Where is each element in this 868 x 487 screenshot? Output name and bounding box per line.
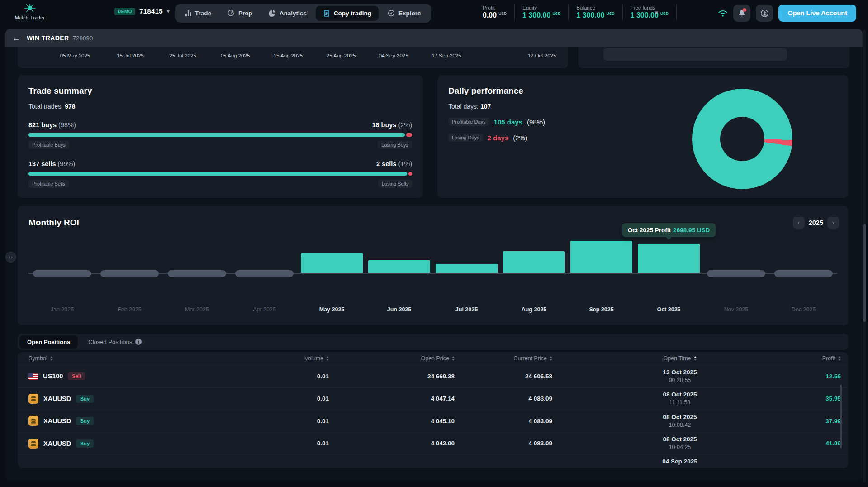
compass-icon	[388, 10, 395, 17]
trade-summary-card: Trade summary Total trades:978 821 buys(…	[18, 75, 423, 198]
month-label: Jul 2025	[433, 306, 500, 313]
total-days-label: Total days:	[448, 103, 479, 110]
column-header-volume[interactable]: Volume	[173, 355, 329, 362]
total-trades-value: 978	[65, 103, 75, 110]
open-time: 00:28:55	[552, 377, 807, 384]
roi-bar-cell	[365, 233, 433, 273]
roi-bar[interactable]	[301, 253, 363, 273]
us-flag-icon	[28, 373, 38, 380]
column-header-profit[interactable]: Profit	[807, 355, 841, 362]
profit-cell: 41.09	[807, 440, 841, 447]
no-data-bar	[33, 270, 91, 277]
roi-bar[interactable]	[503, 251, 565, 273]
table-row[interactable]: US100Sell0.0124 669.3824 606.5813 Oct 20…	[18, 365, 848, 387]
app-logo[interactable]: Match·Trader	[8, 3, 52, 20]
open-time-cell: 08 Oct 202511:11:53	[552, 391, 807, 406]
profitable-days-chip: Profitable Days	[448, 118, 489, 126]
page-scrollbar[interactable]	[863, 30, 866, 482]
gold-bars-icon	[28, 394, 38, 404]
side-badge: Buy	[76, 395, 94, 403]
column-header-open-price[interactable]: Open Price	[329, 355, 455, 362]
page-scrollbar-thumb[interactable]	[863, 224, 866, 322]
gold-bars-icon	[28, 439, 38, 449]
side-panel-card	[578, 47, 849, 68]
notifications-button[interactable]	[733, 5, 750, 22]
daily-performance-donut-chart	[692, 89, 792, 189]
symbol-name: XAUUSD	[43, 440, 71, 447]
stats-expand-chevron-icon[interactable]: ▾	[655, 9, 658, 16]
tab-open-positions[interactable]: Open Positions	[19, 335, 78, 349]
table-row-partial[interactable]: 04 Sep 2025	[18, 454, 848, 468]
nav-tab-trade[interactable]: Trade	[178, 6, 218, 20]
table-scrollbar-thumb[interactable]	[840, 385, 842, 448]
logo-text: Match·Trader	[8, 15, 52, 20]
open-time-cell: 08 Oct 202510:08:42	[552, 413, 807, 429]
losing-sells-stat: 2 sells(1%)	[376, 160, 412, 167]
nav-tab-analytics[interactable]: Analytics	[261, 6, 314, 20]
month-label: Oct 2025	[635, 306, 702, 313]
profitable-sells-chip: Profitable Sells	[28, 180, 69, 188]
profitable-buys-chip: Profitable Buys	[28, 141, 69, 149]
no-data-bar	[774, 270, 832, 277]
column-header-symbol[interactable]: Symbol	[28, 355, 173, 362]
column-header-open-time[interactable]: Open Time	[552, 355, 807, 362]
sort-icon	[50, 356, 53, 361]
losing-days-value: 2 days	[488, 134, 509, 142]
page-title: WIN TRADER	[27, 34, 69, 42]
table-row[interactable]: XAUUSDBuy0.014 047.144 083.0908 Oct 2025…	[18, 387, 848, 410]
roi-bar-cell	[568, 233, 635, 273]
month-label: Mar 2025	[163, 306, 231, 313]
nav-tab-prop[interactable]: Prop	[220, 6, 260, 20]
symbol-name: US100	[43, 372, 63, 380]
roi-bar-cell	[433, 233, 500, 273]
roi-bar[interactable]	[638, 244, 700, 273]
year-label: 2025	[809, 219, 823, 226]
back-arrow-icon[interactable]: ←	[13, 34, 20, 42]
losing-days-chip: Losing Days	[448, 134, 483, 142]
nav-tab-copy-trading[interactable]: Copy trading	[316, 6, 379, 21]
no-data-bar	[168, 270, 226, 277]
tab-closed-positions[interactable]: Closed Positions i	[81, 335, 149, 349]
no-data-bar	[235, 270, 293, 277]
table-row[interactable]: XAUUSDBuy0.014 042.004 083.0908 Oct 2025…	[18, 432, 848, 455]
month-label: Nov 2025	[702, 306, 770, 313]
table-row[interactable]: XAUUSDBuy0.014 045.104 083.0908 Oct 2025…	[18, 410, 848, 432]
section-title: Monthly ROI	[28, 218, 79, 228]
open-time: 11:11:53	[552, 399, 807, 406]
symbol-cell: US100Sell	[28, 372, 173, 380]
roi-bars	[28, 233, 837, 274]
bar-chart-icon	[185, 10, 191, 16]
trader-account-id: 729090	[72, 35, 93, 42]
open-date: 08 Oct 2025	[552, 413, 807, 421]
gold-bars-icon	[28, 416, 38, 426]
roi-bar-cell	[163, 233, 231, 273]
symbol-cell: XAUUSDBuy	[28, 439, 173, 449]
current-price-cell: 24 606.58	[455, 373, 552, 380]
daily-performance-card: Daily performance Total days:107 Profita…	[437, 75, 848, 198]
profile-button[interactable]	[756, 5, 773, 22]
account-selector[interactable]: DEMO 718415 ▾	[114, 7, 170, 15]
next-year-button[interactable]: ›	[827, 217, 839, 229]
axis-tick: 25 Jul 2025	[169, 53, 196, 58]
account-stats: Profit 0.00USD Equity 1 300.00USD Balanc…	[475, 4, 677, 20]
profitable-buys-stat: 821 buys(98%)	[28, 121, 76, 129]
symbol-name: XAUUSD	[43, 395, 71, 402]
roi-bar-cell	[770, 233, 837, 273]
month-label: Jun 2025	[365, 306, 433, 313]
skeleton-bar	[603, 48, 787, 61]
roi-bar[interactable]	[436, 264, 498, 273]
open-live-account-button[interactable]: Open Live Account	[778, 5, 856, 22]
panel-expand-handle[interactable]: ‹›	[5, 252, 16, 263]
nav-tab-explore[interactable]: Explore	[380, 6, 428, 20]
open-date: 08 Oct 2025	[552, 391, 807, 399]
roi-bar[interactable]	[368, 260, 430, 273]
open-time-cell: 08 Oct 202510:04:25	[552, 435, 807, 451]
axis-tick: 04 Sep 2025	[379, 53, 408, 58]
current-price-cell: 4 083.09	[455, 395, 552, 402]
positions-table: SymbolVolumeOpen PriceCurrent PriceOpen …	[18, 352, 848, 468]
roi-bar-cell	[702, 233, 770, 273]
prev-year-button[interactable]: ‹	[793, 217, 805, 229]
column-header-current-price[interactable]: Current Price	[455, 355, 552, 362]
roi-bar[interactable]	[570, 241, 632, 273]
demo-badge: DEMO	[114, 8, 135, 15]
